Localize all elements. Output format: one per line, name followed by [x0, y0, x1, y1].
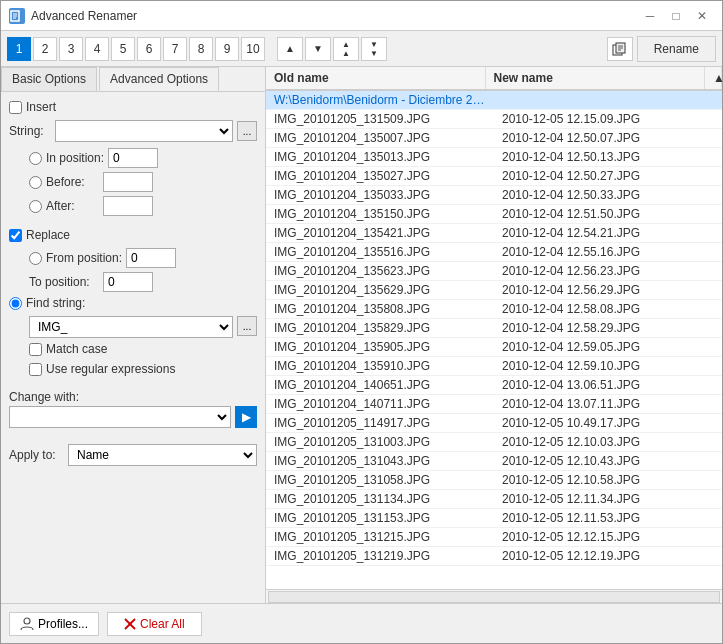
move-up-button[interactable]: ▲ — [277, 37, 303, 61]
table-row[interactable]: IMG_20101204_135033.JPG2010-12-04 12.50.… — [266, 186, 722, 205]
file-old-name: IMG_20101204_135623.JPG — [266, 262, 494, 280]
match-case-checkbox[interactable] — [29, 343, 42, 356]
string-select[interactable] — [55, 120, 233, 142]
table-row[interactable]: IMG_20101205_131134.JPG2010-12-05 12.11.… — [266, 490, 722, 509]
use-regex-checkbox[interactable] — [29, 363, 42, 376]
tab-advanced-options[interactable]: Advanced Options — [99, 67, 219, 91]
maximize-button[interactable]: □ — [664, 6, 688, 26]
match-case-row: Match case — [29, 342, 257, 356]
th-new-name[interactable]: New name — [486, 67, 706, 89]
find-string-radio[interactable] — [9, 297, 22, 310]
file-new-name: 2010-12-04 12.50.07.JPG — [494, 129, 722, 147]
replace-position-options: From position: To position: — [9, 248, 257, 292]
table-row[interactable]: IMG_20101205_131219.JPG2010-12-05 12.12.… — [266, 547, 722, 566]
apply-to-row: Apply to: Name Extension Name and Extens… — [9, 444, 257, 466]
minimize-button[interactable]: ─ — [638, 6, 662, 26]
file-new-name: 2010-12-04 13.07.11.JPG — [494, 395, 722, 413]
folder-new-name — [494, 91, 722, 109]
table-row[interactable]: W:\Benidorm\Benidorm - Diciembre 2010\ — [266, 91, 722, 110]
table-row[interactable]: IMG_20101204_135013.JPG2010-12-04 12.50.… — [266, 148, 722, 167]
change-with-arrow-button[interactable]: ▶ — [235, 406, 257, 428]
tab-number-2[interactable]: 2 — [33, 37, 57, 61]
table-row[interactable]: IMG_20101205_114917.JPG2010-12-05 10.49.… — [266, 414, 722, 433]
from-position-input[interactable] — [126, 248, 176, 268]
table-row[interactable]: IMG_20101205_131058.JPG2010-12-05 12.10.… — [266, 471, 722, 490]
insert-checkbox[interactable] — [9, 101, 22, 114]
move-down-button[interactable]: ▼ — [305, 37, 331, 61]
rename-button[interactable]: Rename — [637, 36, 716, 62]
tab-number-6[interactable]: 6 — [137, 37, 161, 61]
main-content: Basic Options Advanced Options Insert St… — [1, 67, 722, 603]
left-panel: Basic Options Advanced Options Insert St… — [1, 67, 266, 603]
tab-basic-options[interactable]: Basic Options — [1, 67, 97, 91]
th-old-name[interactable]: Old name — [266, 67, 486, 89]
from-position-radio-label[interactable]: From position: — [29, 251, 122, 265]
move-bottom-button[interactable]: ▼▼ — [361, 37, 387, 61]
before-input[interactable] — [103, 172, 153, 192]
profiles-button[interactable]: Profiles... — [9, 612, 99, 636]
find-string-select[interactable]: IMG_ — [29, 316, 233, 338]
after-radio[interactable] — [29, 200, 42, 213]
tab-number-3[interactable]: 3 — [59, 37, 83, 61]
after-row: After: — [29, 196, 257, 216]
after-radio-label[interactable]: After: — [29, 199, 99, 213]
tab-number-4[interactable]: 4 — [85, 37, 109, 61]
tab-number-5[interactable]: 5 — [111, 37, 135, 61]
table-row[interactable]: IMG_20101204_135910.JPG2010-12-04 12.59.… — [266, 357, 722, 376]
use-regex-label[interactable]: Use regular expressions — [29, 362, 175, 376]
in-position-radio-label[interactable]: In position: — [29, 151, 104, 165]
tab-number-8[interactable]: 8 — [189, 37, 213, 61]
table-row[interactable]: IMG_20101204_135808.JPG2010-12-04 12.58.… — [266, 300, 722, 319]
after-input[interactable] — [103, 196, 153, 216]
before-radio[interactable] — [29, 176, 42, 189]
find-string-radio-label[interactable]: Find string: — [9, 296, 85, 310]
file-new-name: 2010-12-04 12.59.05.JPG — [494, 338, 722, 356]
tab-number-1[interactable]: 1 — [7, 37, 31, 61]
table-row[interactable]: IMG_20101205_131215.JPG2010-12-05 12.12.… — [266, 528, 722, 547]
file-new-name: 2010-12-05 12.10.03.JPG — [494, 433, 722, 451]
horizontal-scrollbar[interactable] — [266, 589, 722, 603]
table-row[interactable]: IMG_20101205_131509.JPG2010-12-05 12.15.… — [266, 110, 722, 129]
table-row[interactable]: IMG_20101204_140651.JPG2010-12-04 13.06.… — [266, 376, 722, 395]
apply-to-select[interactable]: Name Extension Name and Extension — [68, 444, 257, 466]
table-row[interactable]: IMG_20101204_135150.JPG2010-12-04 12.51.… — [266, 205, 722, 224]
tab-number-10[interactable]: 10 — [241, 37, 265, 61]
table-row[interactable]: IMG_20101204_135829.JPG2010-12-04 12.58.… — [266, 319, 722, 338]
replace-label: Replace — [26, 228, 70, 242]
table-row[interactable]: IMG_20101205_131003.JPG2010-12-05 12.10.… — [266, 433, 722, 452]
replace-checkbox[interactable] — [9, 229, 22, 242]
tab-number-9[interactable]: 9 — [215, 37, 239, 61]
change-with-label: Change with: — [9, 390, 257, 404]
table-row[interactable]: IMG_20101204_135007.JPG2010-12-04 12.50.… — [266, 129, 722, 148]
table-row[interactable]: IMG_20101205_131153.JPG2010-12-05 12.11.… — [266, 509, 722, 528]
copy-button[interactable] — [607, 37, 633, 61]
string-browse-button[interactable]: ... — [237, 121, 257, 141]
change-with-select[interactable] — [9, 406, 231, 428]
to-position-row: To position: — [29, 272, 257, 292]
hscroll-track[interactable] — [268, 591, 720, 603]
insert-label: Insert — [26, 100, 56, 114]
file-old-name: IMG_20101204_135829.JPG — [266, 319, 494, 337]
tab-number-7[interactable]: 7 — [163, 37, 187, 61]
from-position-radio[interactable] — [29, 252, 42, 265]
table-row[interactable]: IMG_20101204_135027.JPG2010-12-04 12.50.… — [266, 167, 722, 186]
table-row[interactable]: IMG_20101204_135516.JPG2010-12-04 12.55.… — [266, 243, 722, 262]
find-string-browse-button[interactable]: ... — [237, 316, 257, 336]
before-radio-label[interactable]: Before: — [29, 175, 99, 189]
table-row[interactable]: IMG_20101204_135629.JPG2010-12-04 12.56.… — [266, 281, 722, 300]
close-button[interactable]: ✕ — [690, 6, 714, 26]
in-position-radio[interactable] — [29, 152, 42, 165]
move-top-button[interactable]: ▲▲ — [333, 37, 359, 61]
table-row[interactable]: IMG_20101204_135905.JPG2010-12-04 12.59.… — [266, 338, 722, 357]
match-case-label[interactable]: Match case — [29, 342, 107, 356]
in-position-input[interactable] — [108, 148, 158, 168]
table-row[interactable]: IMG_20101204_140711.JPG2010-12-04 13.07.… — [266, 395, 722, 414]
table-row[interactable]: IMG_20101204_135421.JPG2010-12-04 12.54.… — [266, 224, 722, 243]
clear-all-button[interactable]: Clear All — [107, 612, 202, 636]
table-row[interactable]: IMG_20101205_131043.JPG2010-12-05 12.10.… — [266, 452, 722, 471]
th-sort[interactable]: ▲ — [705, 67, 722, 89]
to-position-input[interactable] — [103, 272, 153, 292]
replace-checkbox-label[interactable]: Replace — [9, 228, 70, 242]
insert-checkbox-label[interactable]: Insert — [9, 100, 56, 114]
table-row[interactable]: IMG_20101204_135623.JPG2010-12-04 12.56.… — [266, 262, 722, 281]
